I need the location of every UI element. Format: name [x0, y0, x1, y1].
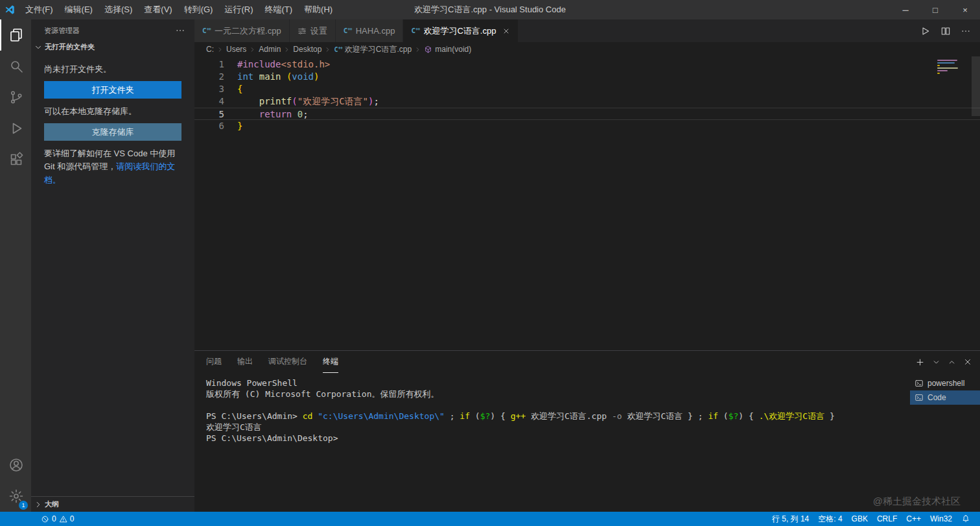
breadcrumb-label: Admin — [259, 45, 281, 54]
terminal-list-item[interactable]: Code — [910, 390, 980, 405]
status-bar: 0 0 行 5, 列 14空格: 4GBKCRLFC++Win32 — [0, 512, 980, 526]
title-bar: 文件(F)编辑(E)选择(S)查看(V)转到(G)运行(R)终端(T)帮助(H)… — [0, 0, 980, 19]
line-number: 3 — [194, 83, 224, 95]
editor-tab[interactable]: 设置 — [290, 19, 336, 42]
status-item[interactable]: CRLF — [872, 512, 902, 526]
code-line[interactable]: 4 printf("欢迎学习C语言"); — [194, 95, 980, 108]
panel-actions — [915, 351, 972, 373]
maximize-button[interactable]: □ — [920, 0, 950, 19]
menu-item[interactable]: 转到(G) — [178, 0, 219, 19]
source-control-icon[interactable] — [0, 82, 31, 113]
menu-bar: 文件(F)编辑(E)选择(S)查看(V)转到(G)运行(R)终端(T)帮助(H) — [19, 0, 338, 19]
split-editor-button[interactable] — [940, 26, 951, 36]
activity-bar-bottom: 1 — [0, 449, 31, 512]
status-item[interactable]: C++ — [902, 512, 926, 526]
terminal-output[interactable]: Windows PowerShell版权所有 (C) Microsoft Cor… — [194, 373, 910, 512]
settings-badge: 1 — [19, 501, 28, 510]
clone-repo-button[interactable]: 克隆存储库 — [44, 123, 181, 141]
menu-item[interactable]: 终端(T) — [259, 0, 298, 19]
minimap[interactable] — [937, 60, 970, 74]
editor-scrollbar[interactable] — [972, 56, 980, 116]
line-number: 6 — [194, 120, 224, 132]
open-folder-button[interactable]: 打开文件夹 — [44, 81, 181, 99]
editor-more-actions-icon[interactable] — [961, 26, 971, 36]
settings-icon[interactable]: 1 — [0, 481, 31, 512]
editor-tab[interactable]: C一元二次方程.cpp — [194, 19, 290, 42]
warning-icon — [59, 515, 67, 523]
maximize-panel-button[interactable] — [948, 358, 956, 366]
code-line[interactable]: 5 return 0; — [194, 108, 980, 120]
status-item[interactable]: Win32 — [926, 512, 957, 526]
tab-close-icon[interactable] — [502, 27, 510, 35]
more-actions-icon[interactable] — [175, 25, 185, 36]
extensions-icon[interactable] — [0, 144, 31, 175]
minimize-button[interactable]: ─ — [891, 0, 920, 19]
panel-tab[interactable]: 调试控制台 — [268, 351, 307, 373]
panel-tab[interactable]: 问题 — [206, 351, 222, 373]
menu-item[interactable]: 帮助(H) — [298, 0, 338, 19]
line-number: 4 — [194, 95, 224, 108]
code-editor[interactable]: 1#include<stdio.h>2int main (void)3{4 pr… — [194, 56, 980, 350]
outline-section[interactable]: 大纲 — [31, 496, 194, 512]
clone-text: 可以在本地克隆存储库。 — [44, 105, 181, 118]
symbol-method-icon — [424, 45, 432, 54]
code-line[interactable]: 3{ — [194, 83, 980, 95]
cpp-file-icon: C — [334, 46, 342, 53]
menu-item[interactable]: 编辑(E) — [59, 0, 99, 19]
editor-actions — [911, 19, 980, 42]
editor-tab[interactable]: C欢迎学习C语言.cpp — [403, 19, 519, 42]
notifications-bell-icon[interactable] — [957, 512, 975, 526]
vscode-logo-icon — [0, 5, 19, 15]
tab-label: 设置 — [310, 25, 327, 37]
code-line[interactable]: 6} — [194, 120, 980, 132]
breadcrumb-item[interactable]: Admin — [259, 45, 281, 54]
menu-item[interactable]: 查看(V) — [138, 0, 178, 19]
breadcrumb-item[interactable]: Users — [226, 45, 246, 54]
sidebar-title: 资源管理器 — [44, 26, 80, 36]
status-item[interactable]: 行 5, 列 14 — [767, 512, 813, 526]
menu-item[interactable]: 运行(R) — [218, 0, 259, 19]
run-debug-icon[interactable] — [0, 113, 31, 144]
terminal-label: Code — [928, 393, 946, 402]
editor-tab[interactable]: CHAHA.cpp — [336, 19, 404, 42]
terminal-line — [206, 400, 910, 411]
terminal-label: powershell — [928, 379, 964, 388]
breadcrumb-item[interactable]: C: — [206, 45, 214, 54]
status-item[interactable]: GBK — [847, 512, 872, 526]
line-number: 2 — [194, 71, 224, 83]
terminal-list-item[interactable]: powershell — [910, 376, 980, 390]
code-text: #include<stdio.h> — [237, 58, 330, 71]
close-button[interactable]: × — [950, 0, 980, 19]
tab-bar: C一元二次方程.cpp设置CHAHA.cppC欢迎学习C语言.cpp — [194, 19, 980, 42]
problems-indicator[interactable]: 0 0 — [36, 512, 78, 526]
section-no-folder[interactable]: 无打开的文件夹 — [31, 40, 194, 54]
new-terminal-button[interactable] — [915, 357, 925, 367]
breadcrumb-item[interactable]: main(void) — [424, 45, 471, 54]
terminal-line: 版权所有 (C) Microsoft Corporation。保留所有权利。 — [206, 389, 910, 400]
chevron-down-icon — [34, 43, 43, 52]
explorer-icon[interactable] — [0, 19, 31, 51]
terminal-line: PS C:\Users\Admin> cd "c:\Users\Admin\De… — [206, 411, 910, 422]
menu-item[interactable]: 文件(F) — [19, 0, 59, 19]
cpp-file-icon: C — [411, 27, 419, 34]
panel-tab[interactable]: 终端 — [323, 351, 338, 373]
code-text: } — [237, 120, 242, 132]
editor-area: C一元二次方程.cpp设置CHAHA.cppC欢迎学习C语言.cpp C:Use… — [194, 19, 980, 512]
account-icon[interactable] — [0, 449, 31, 481]
bottom-panel: 问题输出调试控制台终端 Windows PowerShell版权所有 (C) M… — [194, 350, 980, 512]
run-button[interactable] — [920, 26, 931, 36]
code-line[interactable]: 1#include<stdio.h> — [194, 58, 980, 71]
code-text: printf("欢迎学习C语言"); — [237, 95, 379, 108]
close-panel-button[interactable] — [963, 357, 972, 366]
menu-item[interactable]: 选择(S) — [99, 0, 138, 19]
code-line[interactable]: 2int main (void) — [194, 71, 980, 83]
terminal-line: PS C:\Users\Admin\Desktop> — [206, 433, 910, 444]
search-icon[interactable] — [0, 51, 31, 82]
breadcrumb-item[interactable]: C欢迎学习C语言.cpp — [334, 44, 412, 55]
terminal-dropdown-icon[interactable] — [932, 358, 940, 366]
status-item[interactable]: 空格: 4 — [813, 512, 846, 526]
breadcrumb-item[interactable]: Desktop — [293, 45, 321, 54]
window-controls: ─ □ × — [891, 0, 980, 19]
settings-sliders-icon — [298, 27, 307, 36]
panel-tab[interactable]: 输出 — [237, 351, 253, 373]
